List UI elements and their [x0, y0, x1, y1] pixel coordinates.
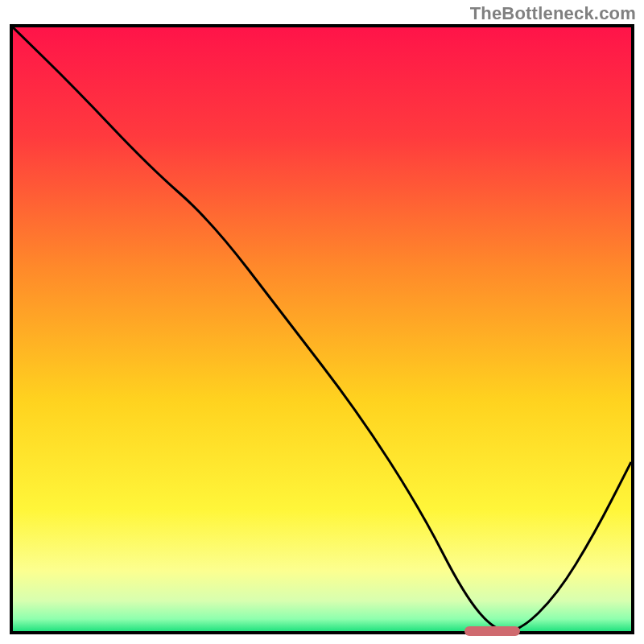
- chart-frame: [10, 24, 634, 634]
- chart-background-gradient: [13, 27, 631, 631]
- chart-plot-area: [13, 27, 631, 631]
- svg-rect-0: [13, 27, 631, 631]
- optimal-range-marker: [464, 626, 520, 636]
- watermark-text: TheBottleneck.com: [470, 3, 636, 24]
